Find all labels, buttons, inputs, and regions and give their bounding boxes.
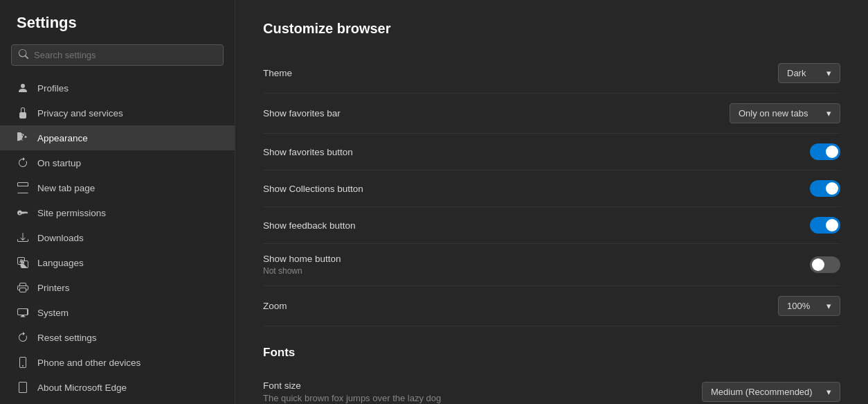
sidebar-item-label-languages: Languages [37, 258, 84, 268]
sidebar-item-reset[interactable]: Reset settings [0, 325, 235, 350]
chevron-down-icon: ▾ [826, 301, 831, 311]
home-button-toggle[interactable] [810, 256, 840, 273]
setting-label-feedback-button: Show feedback button [263, 220, 356, 231]
sidebar-item-about[interactable]: About Microsoft Edge [0, 375, 235, 400]
setting-row-favorites-button: Show favorites button [263, 134, 840, 170]
sidebar-title: Settings [0, 14, 235, 44]
favorites-button-toggle[interactable] [810, 143, 840, 160]
sidebar-item-label-reset: Reset settings [37, 333, 97, 343]
theme-dropdown[interactable]: Dark ▾ [778, 63, 840, 83]
languages-icon [17, 256, 29, 269]
search-icon [19, 49, 28, 61]
setting-left-font-size: Font size The quick brown fox jumps over… [263, 380, 441, 403]
sidebar-item-onstartup[interactable]: On startup [0, 150, 235, 175]
permissions-icon [17, 207, 29, 219]
profile-icon [17, 82, 29, 94]
sidebar-item-label-system: System [37, 308, 69, 318]
setting-label-theme: Theme [263, 68, 292, 78]
setting-label-favorites-button: Show favorites button [263, 147, 353, 157]
setting-row-theme: Theme Dark ▾ [263, 53, 840, 94]
setting-label-home-button: Show home button [263, 254, 341, 264]
sidebar-item-phone[interactable]: Phone and other devices [0, 350, 235, 375]
sidebar-item-downloads[interactable]: Downloads [0, 225, 235, 250]
sidebar: Settings Profiles Privacy and services [0, 0, 235, 404]
setting-label-collections-button: Show Collections button [263, 184, 363, 194]
main-content: Customize browser Theme Dark ▾ Show favo… [235, 0, 868, 404]
appearance-icon [17, 132, 29, 144]
sidebar-item-label-onstartup: On startup [37, 158, 81, 168]
phone-icon [17, 356, 29, 369]
edge-icon [17, 381, 29, 394]
sidebar-item-newtab[interactable]: New tab page [0, 175, 235, 200]
startup-icon [17, 157, 29, 169]
zoom-dropdown[interactable]: 100% ▾ [778, 296, 840, 316]
sidebar-item-label-printers: Printers [37, 283, 70, 293]
setting-label-font-size: Font size [263, 380, 441, 391]
font-size-preview: The quick brown fox jumps over the lazy … [263, 393, 441, 403]
sidebar-item-label-sitepermissions: Site permissions [37, 208, 106, 218]
system-icon [17, 306, 29, 319]
sidebar-item-sitepermissions[interactable]: Site permissions [0, 200, 235, 225]
sidebar-item-privacy[interactable]: Privacy and services [0, 100, 235, 125]
sidebar-item-label-phone: Phone and other devices [37, 358, 141, 368]
setting-label-favorites-bar: Show favorites bar [263, 108, 341, 118]
setting-row-favorites-bar: Show favorites bar Only on new tabs ▾ [263, 94, 840, 134]
setting-row-collections-button: Show Collections button [263, 170, 840, 207]
sidebar-item-label-newtab: New tab page [37, 183, 95, 193]
fonts-section-title: Fonts [263, 346, 840, 360]
favorites-bar-dropdown[interactable]: Only on new tabs ▾ [730, 103, 840, 123]
sidebar-item-printers[interactable]: Printers [0, 275, 235, 300]
setting-left-home: Show home button Not shown [263, 254, 341, 276]
privacy-icon [17, 107, 29, 119]
sidebar-item-label-privacy: Privacy and services [37, 108, 123, 118]
collections-button-toggle[interactable] [810, 180, 840, 197]
sidebar-item-profiles[interactable]: Profiles [0, 76, 235, 100]
printers-icon [17, 281, 29, 294]
setting-row-zoom: Zoom 100% ▾ [263, 286, 840, 326]
feedback-button-toggle[interactable] [810, 217, 840, 234]
font-size-dropdown[interactable]: Medium (Recommended) ▾ [702, 382, 840, 402]
sidebar-item-appearance[interactable]: Appearance [0, 125, 235, 150]
sidebar-item-label-about: About Microsoft Edge [37, 383, 127, 393]
setting-row-font-size: Font size The quick brown fox jumps over… [263, 371, 840, 404]
setting-sublabel-home-button: Not shown [263, 266, 341, 276]
setting-row-home-button: Show home button Not shown [263, 244, 840, 286]
search-box[interactable] [11, 44, 224, 66]
setting-label-zoom: Zoom [263, 301, 287, 311]
sidebar-item-languages[interactable]: Languages [0, 250, 235, 275]
sidebar-item-label-profiles: Profiles [37, 83, 69, 94]
search-input[interactable] [34, 50, 216, 60]
newtab-icon [17, 182, 29, 194]
sidebar-item-label-downloads: Downloads [37, 233, 84, 243]
sidebar-item-system[interactable]: System [0, 300, 235, 325]
chevron-down-icon: ▾ [826, 108, 831, 118]
sidebar-item-label-appearance: Appearance [37, 133, 88, 143]
reset-icon [17, 331, 29, 344]
downloads-icon [17, 231, 29, 244]
chevron-down-icon: ▾ [826, 68, 831, 78]
page-title: Customize browser [263, 21, 840, 37]
chevron-down-icon: ▾ [826, 387, 831, 397]
setting-row-feedback-button: Show feedback button [263, 207, 840, 244]
